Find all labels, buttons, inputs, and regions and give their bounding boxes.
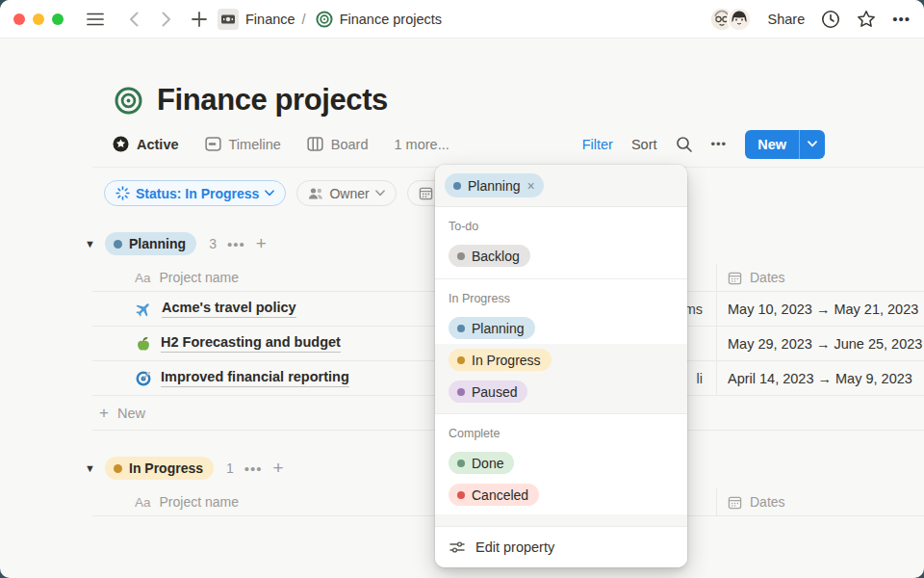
group-more-icon[interactable]: ••• bbox=[227, 236, 245, 252]
option-label: Planning bbox=[472, 321, 525, 336]
views-toolbar: Active Timeline Board 1 more... Filter S… bbox=[92, 121, 924, 168]
remove-tag-close-icon[interactable]: × bbox=[527, 179, 535, 193]
group-more-icon[interactable]: ••• bbox=[244, 460, 263, 477]
dates-cell[interactable]: May 29, 2023 → June 25, 2023 bbox=[717, 336, 922, 352]
text-property-icon: Aa bbox=[135, 495, 151, 510]
dates-cell[interactable]: April 14, 2023 → May 9, 2023 bbox=[717, 371, 912, 386]
collapse-triangle-icon[interactable]: ▼ bbox=[85, 462, 94, 474]
option-backlog[interactable]: Backlog bbox=[435, 240, 687, 272]
dates-column-header[interactable]: Dates bbox=[750, 494, 785, 510]
group-label: Planning bbox=[129, 236, 186, 251]
tab-label: Board bbox=[331, 137, 369, 152]
new-page-plus-icon[interactable] bbox=[187, 7, 212, 32]
zoom-window-button[interactable] bbox=[52, 13, 64, 25]
view-more-icon[interactable]: ••• bbox=[711, 137, 728, 151]
board-icon bbox=[307, 136, 323, 152]
selected-tag-planning[interactable]: Planning × bbox=[445, 173, 544, 197]
status-dot bbox=[457, 356, 465, 364]
clock-icon[interactable] bbox=[821, 10, 840, 29]
option-planning[interactable]: Planning bbox=[435, 312, 687, 344]
status-dot bbox=[457, 491, 465, 499]
dart-target-icon bbox=[135, 370, 152, 387]
timeline-icon bbox=[205, 136, 221, 152]
close-window-button[interactable] bbox=[13, 13, 25, 25]
option-canceled[interactable]: Canceled bbox=[435, 479, 687, 511]
star-circle-icon bbox=[113, 136, 129, 152]
view-tabs: Active Timeline Board 1 more... bbox=[113, 136, 449, 152]
hover-band: In Progress Paused bbox=[435, 344, 687, 413]
search-icon[interactable] bbox=[676, 136, 693, 153]
traffic-lights bbox=[13, 13, 64, 25]
sliders-icon bbox=[449, 540, 465, 554]
calendar-icon bbox=[728, 495, 742, 510]
dropdown-options: To-do Backlog In Progress Planning In Pr… bbox=[435, 207, 687, 526]
collaborator-avatars bbox=[709, 7, 752, 32]
owner-filter-pill[interactable]: Owner bbox=[296, 180, 396, 206]
nav-back-icon[interactable] bbox=[121, 7, 146, 32]
name-column-header[interactable]: Project name bbox=[160, 270, 239, 285]
airplane-icon bbox=[135, 300, 153, 318]
sort-button[interactable]: Sort bbox=[631, 137, 657, 152]
new-row-label: New bbox=[117, 406, 145, 421]
group-add-icon[interactable]: + bbox=[256, 233, 267, 254]
name-column-header[interactable]: Project name bbox=[160, 494, 239, 510]
tab-timeline[interactable]: Timeline bbox=[205, 136, 281, 152]
group-add-icon[interactable]: + bbox=[273, 458, 284, 479]
breadcrumb: Finance / Finance projects bbox=[218, 9, 442, 30]
group-status-tag[interactable]: Planning bbox=[105, 232, 196, 255]
dates-cell[interactable]: May 10, 2023 → May 21, 2023 bbox=[717, 302, 918, 317]
breadcrumb-page[interactable]: Finance projects bbox=[340, 12, 442, 27]
owner-cell-fragment[interactable]: li bbox=[697, 371, 703, 386]
nav-forward-icon[interactable] bbox=[154, 7, 179, 32]
avatar[interactable] bbox=[727, 7, 752, 32]
green-apple-icon bbox=[135, 335, 152, 353]
dates-column-header[interactable]: Dates bbox=[750, 270, 785, 285]
new-button-label[interactable]: New bbox=[745, 130, 799, 159]
option-label: In Progress bbox=[472, 353, 541, 368]
dropdown-search-input[interactable]: Planning × bbox=[435, 165, 687, 207]
page-title-bullseye-icon bbox=[115, 87, 142, 115]
option-in-progress[interactable]: In Progress bbox=[435, 344, 687, 376]
status-dot bbox=[114, 464, 122, 473]
group-count: 3 bbox=[209, 236, 217, 251]
new-button-chevron-down-icon[interactable] bbox=[799, 130, 825, 159]
page-bullseye-icon bbox=[316, 11, 333, 28]
project-title[interactable]: Acme's travel policy bbox=[162, 300, 296, 317]
minimize-window-button[interactable] bbox=[33, 13, 44, 25]
group-status-tag[interactable]: In Progress bbox=[105, 457, 214, 480]
more-options-icon[interactable]: ••• bbox=[892, 11, 911, 27]
edit-property-button[interactable]: Edit property bbox=[435, 526, 687, 567]
edit-property-label: Edit property bbox=[475, 539, 554, 555]
tab-active[interactable]: Active bbox=[113, 136, 179, 152]
filter-button[interactable]: Filter bbox=[582, 137, 613, 152]
tab-more-views[interactable]: 1 more... bbox=[395, 137, 449, 152]
sidebar-toggle-hamburger-icon[interactable] bbox=[83, 7, 108, 32]
section-label-complete: Complete bbox=[435, 414, 687, 447]
breadcrumb-workspace[interactable]: Finance bbox=[245, 12, 295, 27]
status-burst-icon bbox=[116, 186, 130, 200]
status-filter-pill[interactable]: Status: In Progress bbox=[104, 180, 286, 206]
status-dot bbox=[457, 460, 465, 467]
tab-label: Timeline bbox=[229, 137, 281, 152]
option-label: Done bbox=[472, 456, 503, 471]
tab-board[interactable]: Board bbox=[307, 136, 369, 152]
page-title: Finance projects bbox=[157, 83, 388, 118]
share-button[interactable]: Share bbox=[768, 12, 806, 27]
notion-window: Finance / Finance projects Share bbox=[0, 0, 924, 578]
owner-people-icon bbox=[308, 187, 323, 200]
status-dot bbox=[457, 388, 465, 396]
plus-icon: + bbox=[99, 404, 109, 423]
favorite-star-icon[interactable] bbox=[857, 10, 876, 29]
status-dot bbox=[114, 240, 122, 249]
new-button[interactable]: New bbox=[745, 130, 825, 159]
section-label-in-progress: In Progress bbox=[435, 279, 687, 312]
status-dot bbox=[453, 182, 461, 190]
option-label: Backlog bbox=[472, 249, 520, 264]
project-title[interactable]: Improved financial reporting bbox=[161, 369, 349, 386]
project-title[interactable]: H2 Forecasting and budget bbox=[161, 334, 341, 352]
page-header: Finance projects bbox=[0, 39, 924, 118]
status-dot bbox=[457, 252, 465, 260]
collapse-triangle-icon[interactable]: ▼ bbox=[85, 238, 94, 250]
option-paused[interactable]: Paused bbox=[435, 376, 687, 407]
option-done[interactable]: Done bbox=[435, 447, 687, 479]
